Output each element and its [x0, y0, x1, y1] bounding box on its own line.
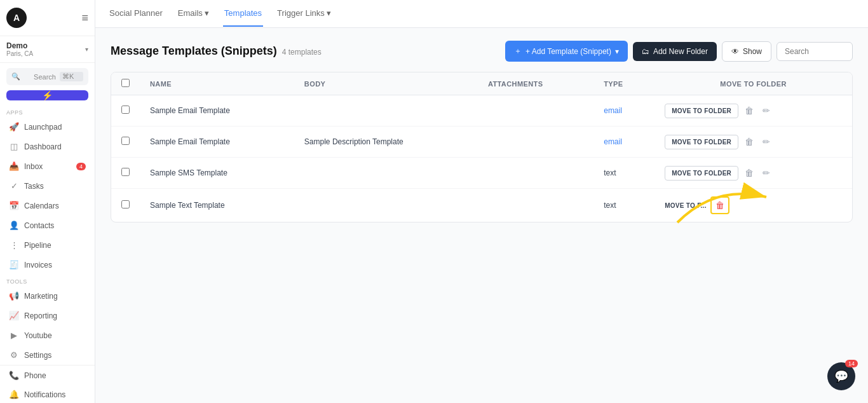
delete-button[interactable]: 🗑 [742, 103, 756, 118]
row-actions: MOVE TO FOLDER 🗑 ✏ [654, 158, 852, 189]
sidebar: A ≡ Demo Paris, CA ▾ 🔍 Search ⌘K ⚡ Apps … [0, 0, 95, 403]
calendars-icon: 📅 [9, 201, 19, 210]
tab-social-planner[interactable]: Social Planner [108, 1, 164, 27]
dashboard-label: Dashboard [24, 142, 62, 151]
tab-trigger-links[interactable]: Trigger Links ▾ [276, 1, 332, 27]
row-attachments [478, 158, 593, 189]
hamburger-icon[interactable]: ≡ [81, 11, 88, 25]
move-to-folder-button[interactable]: MOVE TO FOLDER [665, 135, 738, 149]
body-column-header: Body [294, 72, 478, 95]
sidebar-item-settings[interactable]: ⚙ Settings [3, 346, 92, 364]
calendars-label: Calendars [24, 202, 59, 210]
pipeline-label: Pipeline [24, 241, 51, 250]
type-column-header: Type [593, 72, 654, 95]
plus-icon: ＋ [514, 46, 522, 57]
apps-section-label: Apps [0, 106, 95, 117]
tab-emails[interactable]: Emails ▾ [177, 1, 210, 27]
sidebar-item-invoices[interactable]: 🧾 Invoices [3, 256, 92, 274]
phone-label: Phone [24, 371, 46, 380]
tools-section-label: Tools [0, 275, 95, 286]
row-body [294, 189, 478, 222]
row-body: Sample Description Template [294, 126, 478, 158]
marketing-label: Marketing [24, 292, 58, 301]
row-body [294, 95, 478, 126]
delete-button[interactable]: 🗑 [710, 196, 729, 214]
top-nav: Social Planner Emails ▾ Templates Trigge… [95, 0, 868, 28]
row-name: Sample Email Template [140, 126, 294, 158]
search-input[interactable] [776, 42, 853, 61]
select-all-header [111, 72, 140, 95]
inbox-label: Inbox [24, 162, 43, 171]
sidebar-item-inbox[interactable]: 📥 Inbox 4 [3, 157, 92, 175]
contacts-label: Contacts [24, 221, 54, 230]
youtube-label: Youtube [24, 331, 52, 340]
sidebar-header: A ≡ [0, 0, 95, 36]
search-shortcut: ⌘K [60, 72, 83, 81]
page-title-area: Message Templates (Snippets) 4 templates [111, 44, 322, 58]
chevron-down-icon: ▾ [85, 46, 88, 53]
pipeline-icon: ⋮ [9, 240, 19, 250]
row-attachments [478, 95, 593, 126]
reporting-icon: 📈 [9, 311, 19, 320]
row-checkbox-cell [111, 158, 140, 189]
row-checkbox[interactable] [121, 168, 130, 176]
select-all-checkbox[interactable] [121, 79, 130, 87]
sidebar-item-notifications[interactable]: 🔔 Notifications [3, 385, 92, 403]
add-template-chevron-icon: ▾ [615, 47, 619, 56]
inbox-badge: 4 [76, 163, 86, 170]
attachments-column-header: Attachments [478, 72, 593, 95]
inbox-icon: 📥 [9, 161, 19, 171]
lightning-icon: ⚡ [42, 90, 53, 100]
row-type: email [593, 95, 654, 126]
account-info[interactable]: Demo Paris, CA ▾ [0, 36, 95, 63]
templates-table: Name Body Attachments Type MOVE TO FOLDE… [111, 72, 853, 222]
eye-icon: 👁 [731, 47, 739, 56]
sidebar-item-dashboard[interactable]: ◫ Dashboard [3, 137, 92, 156]
row-checkbox-cell [111, 126, 140, 158]
launchpad-label: Launchpad [24, 123, 62, 132]
tab-templates[interactable]: Templates [223, 1, 263, 27]
tasks-label: Tasks [24, 182, 44, 191]
add-template-button[interactable]: ＋ + Add Template (Snippet) ▾ [505, 41, 628, 62]
sidebar-item-youtube[interactable]: ▶ Youtube [3, 326, 92, 345]
move-to-folder-button[interactable]: MOVE TO FOLDER [665, 166, 738, 181]
row-checkbox[interactable] [121, 200, 130, 208]
show-button[interactable]: 👁 Show [722, 41, 771, 62]
delete-button[interactable]: 🗑 [742, 134, 756, 149]
sidebar-item-tasks[interactable]: ✓ Tasks [3, 177, 92, 195]
move-to-folder-column-header: MOVE TO FOLDER [654, 72, 852, 95]
row-type: text [593, 158, 654, 189]
sidebar-item-calendars[interactable]: 📅 Calendars [3, 196, 92, 215]
row-checkbox[interactable] [121, 106, 130, 114]
sidebar-item-contacts[interactable]: 👤 Contacts [3, 216, 92, 235]
row-checkbox[interactable] [121, 137, 130, 145]
edit-button[interactable]: ✏ [760, 103, 773, 118]
row-actions: MOVE TO F... 🗑 [654, 189, 852, 222]
row-type: email [593, 126, 654, 158]
sidebar-item-launchpad[interactable]: 🚀 Launchpad [3, 118, 92, 136]
content-area: Message Templates (Snippets) 4 templates… [95, 28, 868, 403]
lightning-button[interactable]: ⚡ [6, 90, 88, 100]
avatar: A [6, 8, 27, 28]
row-body [294, 158, 478, 189]
emails-chevron-icon: ▾ [205, 8, 209, 18]
dashboard-icon: ◫ [9, 142, 19, 151]
edit-button[interactable]: ✏ [760, 165, 773, 181]
sidebar-item-phone[interactable]: 📞 Phone [3, 366, 92, 385]
sidebar-item-pipeline[interactable]: ⋮ Pipeline [3, 236, 92, 254]
delete-button[interactable]: 🗑 [742, 165, 756, 181]
sidebar-search[interactable]: 🔍 Search ⌘K [6, 68, 88, 85]
chat-button[interactable]: 💬 14 [827, 362, 855, 390]
add-folder-button[interactable]: 🗂 Add New Folder [633, 42, 717, 61]
sidebar-item-marketing[interactable]: 📢 Marketing [3, 287, 92, 305]
notifications-label: Notifications [24, 390, 65, 399]
table-row: Sample SMS Template text MOVE TO FOLDER … [111, 158, 852, 189]
template-count: 4 templates [282, 48, 322, 57]
edit-button[interactable]: ✏ [760, 134, 773, 149]
account-name: Demo [6, 41, 33, 50]
row-checkbox-cell [111, 95, 140, 126]
contacts-icon: 👤 [9, 221, 19, 230]
sidebar-item-reporting[interactable]: 📈 Reporting [3, 306, 92, 325]
launchpad-icon: 🚀 [9, 122, 19, 132]
move-to-folder-button[interactable]: MOVE TO FOLDER [665, 104, 738, 118]
